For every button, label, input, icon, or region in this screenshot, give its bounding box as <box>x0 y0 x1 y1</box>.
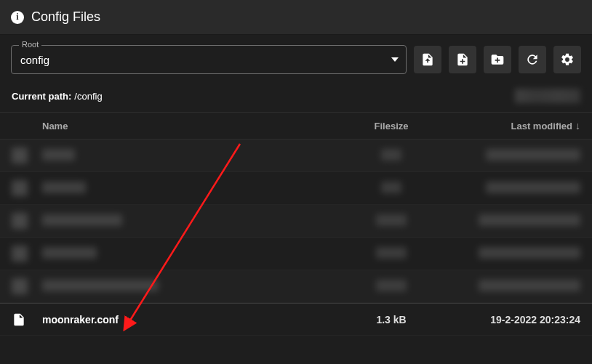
toolbar: Root config <box>0 35 592 84</box>
upload-file-button[interactable] <box>414 46 441 73</box>
redacted-content <box>12 213 28 229</box>
info-icon: i <box>11 11 24 24</box>
file-size: 1.3 kB <box>333 314 449 325</box>
refresh-button[interactable] <box>519 46 546 73</box>
new-file-button[interactable] <box>449 46 476 73</box>
table-row[interactable] <box>0 270 592 303</box>
redacted-content <box>479 280 580 291</box>
folder-add-icon <box>490 52 505 67</box>
current-path-value: /config <box>74 91 102 102</box>
redacted-content <box>376 214 407 226</box>
column-header-name[interactable]: Name <box>42 121 333 132</box>
redacted-content <box>12 246 28 262</box>
redacted-content <box>479 247 580 259</box>
redacted-content <box>42 247 97 259</box>
table-row[interactable] <box>0 238 592 270</box>
panel-header: i Config Files <box>0 0 592 35</box>
column-header-modified[interactable]: Last modified↓ <box>449 120 580 132</box>
redacted-content <box>42 182 86 193</box>
table-row-moonraker[interactable]: moonraker.conf 1.3 kB 19-2-2022 20:23:24 <box>0 303 592 336</box>
table-row[interactable] <box>0 139 592 172</box>
redacted-content <box>515 89 580 103</box>
table-row[interactable] <box>0 172 592 205</box>
redacted-content <box>381 149 401 161</box>
redacted-content <box>42 280 159 291</box>
redacted-content <box>12 278 28 294</box>
settings-button[interactable] <box>553 46 581 73</box>
file-list: moonraker.conf 1.3 kB 19-2-2022 20:23:24 <box>0 139 592 336</box>
redacted-content <box>376 280 407 291</box>
redacted-content <box>12 147 28 163</box>
gear-icon <box>560 52 575 67</box>
table-header: Name Filesize Last modified↓ <box>0 112 592 139</box>
root-select-value: config <box>20 54 49 66</box>
new-folder-button[interactable] <box>484 46 511 73</box>
file-add-icon <box>455 52 470 67</box>
redacted-content <box>486 149 580 161</box>
file-icon <box>12 312 26 327</box>
column-header-filesize[interactable]: Filesize <box>333 121 449 132</box>
table-row[interactable] <box>0 205 592 238</box>
redacted-content <box>12 180 28 196</box>
file-upload-icon <box>420 52 435 67</box>
redacted-content <box>42 214 122 226</box>
file-name: moonraker.conf <box>42 314 333 325</box>
refresh-icon <box>525 52 540 67</box>
root-select[interactable]: Root config <box>11 45 407 74</box>
file-modified: 19-2-2022 20:23:24 <box>449 314 580 325</box>
redacted-content <box>486 182 580 193</box>
root-select-label: Root <box>19 40 41 49</box>
panel-title: Config Files <box>31 9 100 25</box>
redacted-content <box>479 214 580 226</box>
redacted-content <box>381 182 401 193</box>
chevron-down-icon <box>391 57 399 62</box>
redacted-content <box>42 149 75 161</box>
current-path-label: Current path: <box>12 91 71 102</box>
sort-descending-icon: ↓ <box>575 120 580 132</box>
current-path-row: Current path: /config <box>0 84 592 112</box>
redacted-content <box>376 247 407 259</box>
